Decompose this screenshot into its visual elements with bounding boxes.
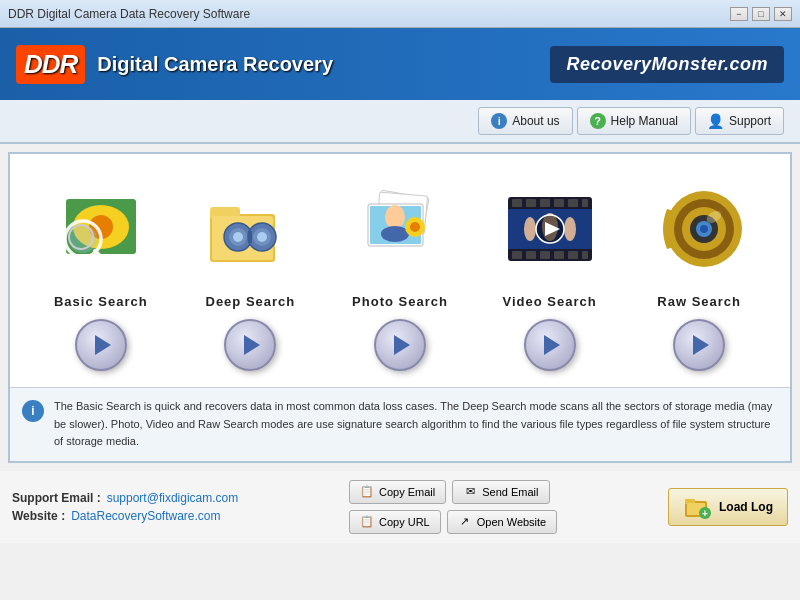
- footer-buttons: 📋 Copy Email ✉ Send Email 📋 Copy URL ↗ O…: [349, 480, 557, 534]
- raw-search-label: Raw Search: [657, 294, 741, 309]
- deep-search-icon-area: [195, 174, 305, 284]
- video-search-item: Video Search: [485, 174, 615, 371]
- maximize-button[interactable]: □: [752, 7, 770, 21]
- photo-search-item: Photo Search: [335, 174, 465, 371]
- video-search-play-button[interactable]: [524, 319, 576, 371]
- website-link[interactable]: DataRecoverySoftware.com: [71, 509, 220, 523]
- copy-email-label: Copy Email: [379, 486, 435, 498]
- help-manual-label: Help Manual: [611, 114, 678, 128]
- support-email-label: Support Email :: [12, 491, 101, 505]
- svg-rect-27: [526, 199, 536, 207]
- svg-text:+: +: [702, 508, 708, 519]
- svg-rect-28: [540, 199, 550, 207]
- website-label: Website :: [12, 509, 65, 523]
- load-log-label: Load Log: [719, 500, 773, 514]
- email-icon: ✉: [463, 485, 477, 499]
- raw-search-play-button[interactable]: [673, 319, 725, 371]
- svg-rect-31: [582, 199, 588, 207]
- help-icon: ?: [590, 113, 606, 129]
- svg-rect-37: [582, 251, 588, 259]
- deep-search-icon: [200, 179, 300, 279]
- svg-point-40: [524, 217, 536, 241]
- support-label: Support: [729, 114, 771, 128]
- basic-search-label: Basic Search: [54, 294, 148, 309]
- copy-url-label: Copy URL: [379, 516, 430, 528]
- basic-search-icon-area: [46, 174, 156, 284]
- video-search-icon-area: [495, 174, 605, 284]
- copy-url-button[interactable]: 📋 Copy URL: [349, 510, 441, 534]
- copy-url-icon: 📋: [360, 515, 374, 529]
- raw-search-item: Raw Search: [634, 174, 764, 371]
- deep-search-play-button[interactable]: [224, 319, 276, 371]
- svg-point-21: [385, 205, 405, 229]
- load-log-icon: +: [683, 495, 711, 519]
- svg-rect-30: [568, 199, 578, 207]
- svg-rect-34: [540, 251, 550, 259]
- video-search-label: Video Search: [503, 294, 597, 309]
- photo-search-icon: [350, 179, 450, 279]
- open-website-label: Open Website: [477, 516, 547, 528]
- help-manual-button[interactable]: ? Help Manual: [577, 107, 691, 135]
- load-log-button[interactable]: + Load Log: [668, 488, 788, 526]
- footer-website-row: Website : DataRecoverySoftware.com: [12, 509, 238, 523]
- footer-btn-row-2: 📋 Copy URL ↗ Open Website: [349, 510, 557, 534]
- deep-search-label: Deep Search: [206, 294, 296, 309]
- video-search-icon: [500, 179, 600, 279]
- svg-point-42: [564, 217, 576, 241]
- person-icon: 👤: [708, 113, 724, 129]
- basic-search-play-button[interactable]: [75, 319, 127, 371]
- deep-search-item: Deep Search: [185, 174, 315, 371]
- brand-url[interactable]: RecoveryMonster.com: [550, 46, 784, 83]
- footer-left: Support Email : support@fixdigicam.com W…: [12, 491, 238, 523]
- open-website-icon: ↗: [458, 515, 472, 529]
- copy-email-button[interactable]: 📋 Copy Email: [349, 480, 446, 504]
- svg-point-50: [700, 225, 708, 233]
- basic-search-icon: [51, 179, 151, 279]
- raw-search-icon: [649, 179, 749, 279]
- info-icon: i: [22, 400, 44, 422]
- svg-rect-36: [568, 251, 578, 259]
- svg-rect-29: [554, 199, 564, 207]
- support-email-link[interactable]: support@fixdigicam.com: [107, 491, 239, 505]
- logo-area: DDR Digital Camera Recovery: [16, 45, 333, 84]
- info-text: The Basic Search is quick and recovers d…: [54, 398, 778, 451]
- photo-search-icon-area: [345, 174, 455, 284]
- svg-rect-35: [554, 251, 564, 259]
- info-section: i The Basic Search is quick and recovers…: [10, 387, 790, 461]
- svg-rect-26: [512, 199, 522, 207]
- svg-point-22: [381, 226, 409, 242]
- main-panel: Basic Search: [8, 152, 792, 463]
- navbar: i About us ? Help Manual 👤 Support: [0, 100, 800, 144]
- ddr-badge: DDR: [16, 45, 85, 84]
- raw-search-icon-area: [644, 174, 754, 284]
- basic-search-item: Basic Search: [36, 174, 166, 371]
- photo-search-label: Photo Search: [352, 294, 448, 309]
- about-us-button[interactable]: i About us: [478, 107, 572, 135]
- svg-point-16: [257, 232, 267, 242]
- footer-email-row: Support Email : support@fixdigicam.com: [12, 491, 238, 505]
- minimize-button[interactable]: −: [730, 7, 748, 21]
- svg-point-24: [410, 222, 420, 232]
- open-website-button[interactable]: ↗ Open Website: [447, 510, 558, 534]
- app-title: Digital Camera Recovery: [97, 53, 333, 76]
- info-icon: i: [491, 113, 507, 129]
- copy-icon: 📋: [360, 485, 374, 499]
- search-modes: Basic Search: [10, 166, 790, 387]
- titlebar-controls: − □ ✕: [730, 7, 792, 21]
- svg-rect-14: [248, 231, 252, 243]
- footer: Support Email : support@fixdigicam.com W…: [0, 471, 800, 543]
- close-button[interactable]: ✕: [774, 7, 792, 21]
- titlebar-title: DDR Digital Camera Data Recovery Softwar…: [8, 7, 250, 21]
- support-button[interactable]: 👤 Support: [695, 107, 784, 135]
- send-email-label: Send Email: [482, 486, 538, 498]
- svg-rect-33: [526, 251, 536, 259]
- titlebar: DDR Digital Camera Data Recovery Softwar…: [0, 0, 800, 28]
- svg-rect-32: [512, 251, 522, 259]
- about-us-label: About us: [512, 114, 559, 128]
- svg-point-15: [233, 232, 243, 242]
- header: DDR Digital Camera Recovery RecoveryMons…: [0, 28, 800, 100]
- send-email-button[interactable]: ✉ Send Email: [452, 480, 549, 504]
- photo-search-play-button[interactable]: [374, 319, 426, 371]
- footer-btn-row-1: 📋 Copy Email ✉ Send Email: [349, 480, 557, 504]
